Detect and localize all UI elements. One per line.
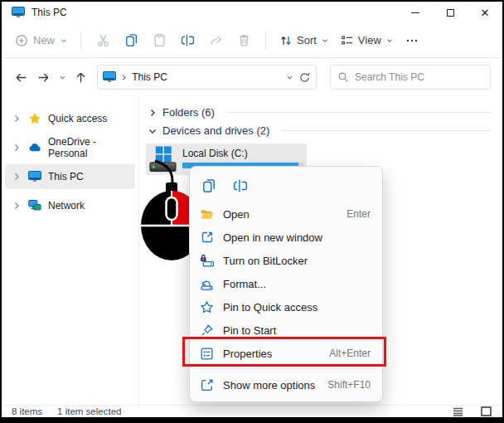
network-icon	[28, 199, 41, 212]
selection-count: 1 item selected	[57, 406, 121, 416]
sort-button-label: Sort	[297, 34, 317, 46]
back-button[interactable]	[10, 66, 32, 89]
address-bar[interactable]: This PC	[97, 65, 317, 90]
chevron-right-icon[interactable]	[12, 143, 22, 153]
copy-button[interactable]	[117, 27, 145, 55]
maximize-button[interactable]	[433, 2, 468, 23]
refresh-icon[interactable]	[298, 71, 311, 84]
sidebar-item-label: This PC	[48, 171, 84, 182]
delete-button[interactable]	[230, 27, 258, 55]
context-menu-item-open[interactable]: Open Enter	[190, 202, 382, 226]
paste-icon	[153, 33, 167, 47]
view-list-icon	[341, 34, 354, 47]
minimize-button[interactable]	[398, 2, 433, 23]
menu-item-label: Show more options	[223, 379, 318, 391]
group-label: Folders (6)	[162, 106, 215, 119]
navigation-bar: This PC	[2, 58, 502, 96]
details-view-button[interactable]	[451, 406, 464, 417]
recent-locations-button[interactable]	[55, 66, 70, 89]
sidebar-item-quick-access[interactable]: Quick access	[5, 106, 135, 131]
chevron-down-icon	[60, 36, 68, 45]
copy-icon	[124, 33, 138, 47]
rename-icon	[181, 33, 195, 47]
folder-open-icon	[200, 207, 214, 221]
menu-item-shortcut: Shift+F10	[327, 379, 371, 391]
chevron-down-icon	[321, 36, 329, 45]
address-dropdown-icon[interactable]	[285, 73, 294, 82]
group-divider	[226, 112, 491, 113]
large-icons-view-icon	[481, 406, 492, 416]
menu-item-label: Open in new window	[223, 231, 361, 244]
plus-circle-icon	[15, 34, 28, 47]
large-icons-view-button[interactable]	[479, 406, 492, 417]
context-menu-item-pin-to-quick-access[interactable]: Pin to Quick access	[190, 295, 382, 318]
search-box[interactable]	[330, 65, 491, 90]
sort-button[interactable]: Sort	[274, 27, 335, 55]
up-arrow-icon	[74, 70, 88, 85]
context-menu-item-show-more-options[interactable]: Show more options Shift+F10	[190, 373, 382, 396]
sidebar-item-this-pc[interactable]: This PC	[5, 164, 135, 189]
context-menu-item-turn-on-bitlocker[interactable]: Turn on BitLocker	[190, 249, 382, 272]
chevron-right-icon[interactable]	[12, 114, 22, 124]
rename-button[interactable]	[173, 27, 201, 55]
cloud-icon	[28, 141, 41, 154]
sidebar-item-network[interactable]: Network	[5, 193, 135, 218]
group-header-folders[interactable]: Folders (6)	[148, 106, 494, 119]
mouse-scroll-wheel	[167, 197, 177, 220]
sidebar-item-label: Quick access	[48, 113, 107, 124]
chevron-down-icon	[385, 36, 394, 45]
sidebar: Quick access OneDrive - Personal This PC	[2, 96, 139, 405]
delete-icon	[237, 33, 251, 47]
sort-arrows-icon	[279, 34, 293, 47]
search-input[interactable]	[355, 71, 483, 83]
view-button[interactable]: View	[335, 27, 400, 55]
new-button-label: New	[33, 34, 55, 46]
cut-button[interactable]	[89, 27, 117, 55]
chevron-down-icon[interactable]	[148, 126, 158, 136]
chevron-right-icon[interactable]	[12, 201, 22, 211]
view-button-label: View	[358, 34, 381, 46]
menu-item-label: Open	[223, 208, 337, 221]
titlebar: This PC ✕	[2, 2, 502, 23]
more-options-button[interactable]	[400, 27, 424, 55]
paste-button[interactable]	[145, 27, 173, 55]
sidebar-item-onedrive[interactable]: OneDrive - Personal	[5, 135, 135, 160]
command-toolbar: New	[2, 23, 502, 58]
breadcrumb-location[interactable]: This PC	[132, 71, 281, 83]
cut-icon	[96, 33, 110, 47]
copy-button[interactable]	[196, 174, 221, 197]
items-count: 8 items	[12, 406, 42, 416]
copy-icon	[201, 178, 216, 193]
forward-arrow-icon	[36, 70, 51, 85]
close-button[interactable]: ✕	[468, 2, 502, 23]
rename-button[interactable]	[228, 174, 253, 197]
group-divider	[281, 130, 491, 131]
new-button[interactable]: New	[10, 27, 73, 55]
monitor-icon	[28, 170, 41, 183]
statusbar: 8 items 1 item selected	[2, 405, 502, 417]
group-label: Devices and drives (2)	[162, 124, 269, 137]
menu-item-label: Pin to Start	[223, 324, 361, 337]
up-button[interactable]	[70, 66, 92, 89]
share-button[interactable]	[201, 27, 230, 55]
chevron-right-icon[interactable]	[148, 108, 158, 118]
properties-highlight-annotation	[182, 337, 386, 367]
maximize-icon	[447, 9, 454, 17]
details-view-icon	[453, 407, 463, 416]
forward-button[interactable]	[32, 66, 55, 89]
context-menu-item-format[interactable]: Format...	[190, 272, 382, 295]
minimize-icon	[411, 12, 419, 13]
window-title: This PC	[32, 7, 67, 18]
back-arrow-icon	[14, 70, 28, 85]
group-header-devices[interactable]: Devices and drives (2)	[148, 124, 494, 137]
sidebar-item-label: OneDrive - Personal	[48, 136, 135, 159]
more-ellipsis-icon	[405, 34, 419, 47]
pin-icon	[200, 323, 214, 338]
this-pc-icon	[12, 7, 25, 18]
sidebar-item-label: Network	[48, 200, 85, 212]
chevron-right-icon[interactable]	[12, 172, 22, 182]
context-menu-item-open-in-new-window[interactable]: Open in new window	[190, 226, 382, 249]
toolbar-separator	[265, 32, 266, 50]
bitlocker-lock-icon	[200, 254, 214, 268]
breadcrumb-chevron-icon	[120, 74, 128, 81]
